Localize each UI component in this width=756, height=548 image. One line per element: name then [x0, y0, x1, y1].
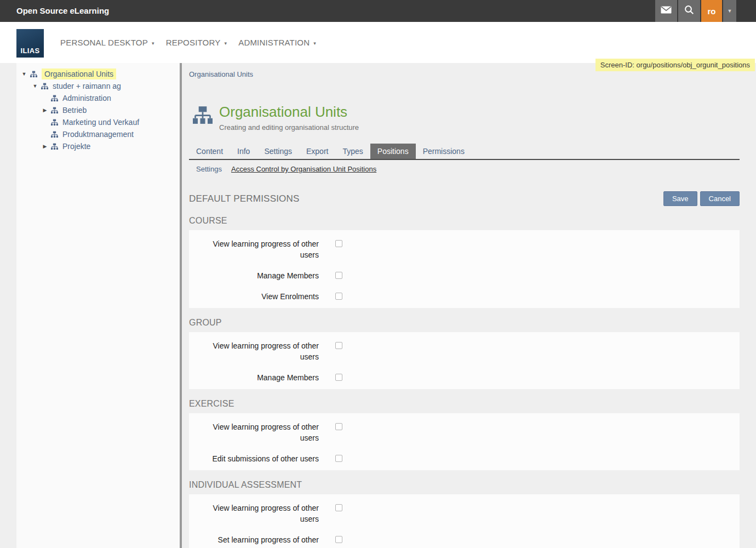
top-bar: Open Source eLearning ro ▼ [0, 0, 756, 22]
tree-row: ▼Produktmanagement [16, 128, 180, 140]
mail-icon [661, 6, 672, 16]
permission-checkbox[interactable] [335, 272, 342, 279]
permission-checkbox[interactable] [335, 342, 342, 349]
tab-types[interactable]: Types [335, 144, 370, 159]
chevron-down-icon: ▾ [313, 41, 316, 46]
breadcrumb: Organisational Units [189, 70, 740, 78]
tree-item-label[interactable]: Produktmanagement [62, 129, 134, 139]
page-subtitle: Creating and editing organisational stru… [219, 123, 359, 132]
expand-caret-right-icon[interactable]: ▶ [42, 144, 48, 149]
chevron-down-icon: ▼ [728, 8, 732, 14]
permission-label: View learning progress of other users [197, 503, 319, 524]
tree-item-label[interactable]: Projekte [62, 141, 90, 151]
tree-row: ▶Projekte [16, 140, 180, 152]
topbar-actions: ro ▼ [654, 0, 736, 22]
mail-button[interactable] [655, 0, 677, 22]
screen-id-badge: Screen-ID: orgu/positions/obj_orgunit_po… [595, 59, 755, 71]
nav-item-label: PERSONAL DESKTOP [60, 38, 148, 47]
nav-item-label: ADMINISTRATION [238, 38, 310, 47]
tree-item-label[interactable]: Marketing und Verkauf [62, 117, 139, 127]
permission-checkbox[interactable] [335, 536, 342, 543]
subtab-bar: SettingsAccess Control by Organisation U… [189, 165, 740, 173]
nav-item-repository[interactable]: REPOSITORY▾ [166, 38, 227, 47]
permission-row: View learning progress of other users [189, 421, 740, 443]
user-menu-caret[interactable]: ▼ [723, 0, 736, 22]
tab-settings[interactable]: Settings [257, 144, 299, 159]
permission-row: View learning progress of other users [189, 340, 740, 362]
cancel-button[interactable]: Cancel [700, 191, 740, 206]
ilias-logo-text: ILIAS [16, 47, 44, 55]
orgunit-icon [51, 107, 58, 114]
tree-splitter-handle[interactable] [180, 63, 182, 548]
form-action-buttons: Save Cancel [663, 191, 740, 206]
subtab-0[interactable]: Settings [196, 165, 222, 173]
chevron-down-icon: ▾ [152, 41, 154, 46]
permission-sections: COURSEView learning progress of other us… [189, 216, 740, 548]
permission-checkbox[interactable] [335, 240, 342, 247]
search-button[interactable] [678, 0, 700, 22]
permission-checkbox[interactable] [335, 504, 342, 511]
main-nav: PERSONAL DESKTOP▾REPOSITORY▾ADMINISTRATI… [60, 22, 316, 63]
section-panel: View learning progress of other usersMan… [189, 230, 740, 308]
permission-checkbox[interactable] [335, 455, 342, 462]
nav-item-administration[interactable]: ADMINISTRATION▾ [238, 38, 316, 47]
tree-item-label[interactable]: Betrieb [62, 105, 87, 115]
tree-row: ▼Organisational Units [16, 68, 180, 80]
section-panel: View learning progress of other usersSet… [189, 494, 740, 548]
permission-label: Manage Members [197, 270, 319, 281]
expand-caret-down-icon[interactable]: ▼ [32, 83, 38, 89]
permission-row: Set learning progress of other users [189, 534, 740, 548]
section-title: EXERCISE [189, 399, 740, 409]
permission-row: Edit submissions of other users [189, 453, 740, 464]
orgunit-icon [30, 71, 37, 78]
permission-row: Manage Members [189, 372, 740, 383]
save-button[interactable]: Save [663, 191, 697, 206]
permission-label: Edit submissions of other users [197, 453, 319, 464]
permission-row: Manage Members [189, 270, 740, 281]
orgunit-icon [51, 119, 58, 126]
tab-bar: ContentInfoSettingsExportTypesPositionsP… [189, 144, 740, 160]
page-title-block: Organisational Units Creating and editin… [189, 104, 740, 132]
permission-row: View learning progress of other users [189, 503, 740, 524]
ilias-logo[interactable]: ILIAS [16, 29, 44, 58]
section-title: INDIVIDUAL ASSESSMENT [189, 480, 740, 490]
tree-item-label[interactable]: studer + raimann ag [53, 81, 121, 91]
expand-caret-down-icon[interactable]: ▼ [21, 71, 27, 77]
tree-item-label[interactable]: Organisational Units [42, 68, 116, 79]
orgunit-icon [51, 95, 58, 102]
nav-item-personal-desktop[interactable]: PERSONAL DESKTOP▾ [60, 38, 154, 47]
main-content: Organisational Units Organisational Unit… [189, 63, 740, 548]
org-tree-panel: ▼Organisational Units▼studer + raimann a… [16, 63, 180, 548]
tab-info[interactable]: Info [230, 144, 257, 159]
subtab-1[interactable]: Access Control by Organisation Unit Posi… [231, 165, 376, 173]
permission-label: View learning progress of other users [197, 238, 319, 260]
tree-item-label[interactable]: Administration [62, 93, 111, 103]
search-icon [684, 5, 694, 17]
orgunit-icon [41, 83, 48, 90]
section-panel: View learning progress of other usersEdi… [189, 413, 740, 470]
user-avatar[interactable]: ro [701, 0, 722, 22]
breadcrumb-link-organisational-units[interactable]: Organisational Units [189, 70, 253, 78]
chevron-down-icon: ▾ [224, 41, 227, 46]
permission-label: Set learning progress of other users [197, 534, 319, 548]
expand-caret-right-icon[interactable]: ▶ [42, 107, 48, 113]
tab-positions[interactable]: Positions [370, 144, 416, 159]
permission-label: Manage Members [197, 372, 319, 383]
nav-item-label: REPOSITORY [166, 38, 221, 47]
permission-checkbox[interactable] [335, 374, 342, 381]
page-title: Organisational Units [219, 104, 359, 120]
permission-label: View learning progress of other users [197, 340, 319, 362]
section-title: GROUP [189, 318, 740, 328]
tab-content[interactable]: Content [189, 144, 230, 159]
permission-label: View learning progress of other users [197, 421, 319, 443]
tree-row: ▶Betrieb [16, 104, 180, 116]
permission-checkbox[interactable] [335, 423, 342, 430]
tab-export[interactable]: Export [299, 144, 335, 159]
tree-row: ▼studer + raimann ag [16, 80, 180, 92]
tree-row: ▼Administration [16, 92, 180, 104]
permission-row: View learning progress of other users [189, 238, 740, 260]
tab-permissions[interactable]: Permissions [416, 144, 472, 159]
section-title: COURSE [189, 216, 740, 226]
permission-checkbox[interactable] [335, 293, 342, 300]
permission-label: View Enrolments [197, 291, 319, 302]
